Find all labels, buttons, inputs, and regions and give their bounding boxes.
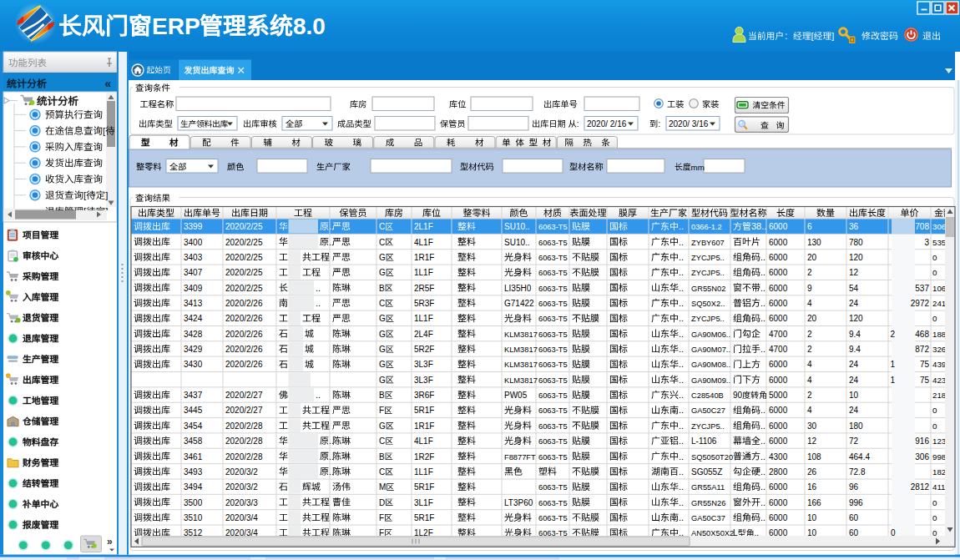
svg-text:3413: 3413 (184, 299, 203, 308)
svg-text:6000: 6000 (769, 268, 788, 277)
svg-text:G: G (379, 330, 386, 339)
svg-text:..: .. (760, 344, 765, 354)
svg-text:GA90M07..: GA90M07.. (691, 346, 730, 354)
svg-text:6063-T5: 6063-T5 (538, 285, 568, 293)
svg-text:411: 411 (932, 482, 945, 492)
svg-text:GA90M09..: GA90M09.. (691, 376, 730, 385)
svg-text:10: 10 (807, 513, 817, 522)
svg-text:0366-1.2: 0366-1.2 (691, 223, 722, 231)
svg-text:SQ50X2..: SQ50X2.. (691, 300, 725, 308)
svg-text:«: « (105, 77, 112, 90)
svg-text:L-1106: L-1106 (691, 436, 717, 446)
svg-text:36: 36 (849, 222, 859, 231)
svg-text:2020/2/26: 2020/2/26 (225, 299, 263, 308)
svg-text:B: B (379, 452, 385, 462)
svg-text:GA50C37: GA50C37 (691, 514, 725, 522)
svg-text:6063-T5: 6063-T5 (538, 406, 568, 415)
svg-text:96: 96 (849, 482, 859, 492)
svg-text:»: » (107, 536, 113, 547)
svg-text:G: G (379, 360, 386, 369)
svg-text:1L1F: 1L1F (414, 268, 433, 277)
svg-text:2020/3/2: 2020/3/2 (225, 467, 258, 477)
svg-text:SQ5050T20: SQ5050T20 (691, 453, 733, 462)
svg-text:G: G (379, 253, 386, 262)
svg-text:6063-T5: 6063-T5 (538, 361, 568, 369)
svg-text:182: 182 (932, 467, 946, 477)
svg-text:2020/2/25: 2020/2/25 (225, 268, 263, 277)
svg-text:0: 0 (932, 314, 937, 323)
svg-text:2L1F: 2L1F (414, 222, 433, 231)
svg-text:2020/2/26: 2020/2/26 (225, 345, 263, 354)
svg-text:4700: 4700 (769, 330, 788, 339)
svg-text:26: 26 (807, 467, 817, 477)
svg-text:GA50C27: GA50C27 (691, 406, 725, 415)
svg-text:6000: 6000 (769, 299, 788, 308)
svg-text:6000: 6000 (769, 436, 788, 446)
svg-text:..: .. (679, 237, 684, 247)
svg-text:..: .. (679, 421, 684, 431)
svg-text:9.4: 9.4 (849, 330, 861, 339)
svg-text:3400: 3400 (184, 238, 203, 247)
svg-text:6000: 6000 (769, 376, 788, 385)
svg-text:2: 2 (807, 391, 812, 400)
svg-text:5R3F: 5R3F (414, 299, 434, 308)
svg-text:0: 0 (932, 406, 937, 415)
svg-text:GA90M06..: GA90M06.. (691, 330, 730, 339)
svg-text:2020/2/28: 2020/2/28 (225, 436, 263, 446)
svg-text:B: B (379, 391, 385, 400)
svg-text:3454: 3454 (184, 421, 203, 431)
svg-text:0: 0 (932, 268, 937, 277)
svg-text:4L1F: 4L1F (414, 238, 433, 247)
svg-text:2020/3/3: 2020/3/3 (225, 498, 258, 507)
svg-text:3494: 3494 (184, 482, 203, 492)
svg-text:..: .. (679, 267, 684, 277)
svg-text:3409: 3409 (184, 284, 203, 293)
svg-text:..: .. (760, 482, 765, 492)
svg-text:2972: 2972 (911, 299, 930, 308)
svg-text:2R5F: 2R5F (414, 284, 434, 293)
svg-text:2020/2/27: 2020/2/27 (225, 406, 263, 415)
svg-text:..: .. (679, 221, 684, 231)
svg-text:38..: 38.. (751, 221, 766, 231)
svg-text:468: 468 (915, 330, 929, 339)
svg-text:6000: 6000 (769, 498, 788, 507)
svg-text:..: .. (760, 452, 765, 462)
svg-text:ZYCJP5..: ZYCJP5.. (691, 254, 725, 262)
svg-text:..: .. (679, 497, 684, 507)
svg-text:..: .. (679, 512, 684, 522)
svg-text:GR55N02: GR55N02 (691, 285, 725, 293)
svg-text:C: C (379, 238, 385, 247)
svg-text:24: 24 (849, 406, 859, 415)
svg-text:]: ] (105, 190, 108, 200)
svg-text:3500: 3500 (184, 498, 203, 507)
svg-text:30: 30 (807, 421, 817, 431)
svg-text:[: [ (811, 31, 814, 41)
svg-text:464.4: 464.4 (849, 452, 870, 462)
svg-text:G71422: G71422 (504, 299, 534, 308)
svg-text:4: 4 (807, 406, 812, 415)
svg-text:916: 916 (915, 436, 929, 446)
svg-text:6063-T5: 6063-T5 (538, 346, 568, 354)
svg-text:6063-T5: 6063-T5 (538, 269, 568, 277)
svg-text:20: 20 (807, 314, 817, 323)
svg-text:2800: 2800 (769, 467, 788, 477)
svg-text:..: .. (679, 313, 684, 323)
svg-text:6000: 6000 (769, 222, 788, 231)
svg-text:6000: 6000 (769, 421, 788, 431)
svg-text:..: .. (760, 436, 765, 446)
svg-text:M: M (379, 482, 386, 492)
svg-text:6063-T5: 6063-T5 (538, 514, 568, 522)
svg-text:3407: 3407 (184, 268, 203, 277)
svg-text:G: G (379, 268, 386, 277)
svg-text:708: 708 (915, 222, 929, 231)
svg-text:6063-T5: 6063-T5 (538, 223, 568, 231)
svg-text:2020/2/27: 2020/2/27 (225, 391, 263, 400)
svg-text:6063-T5: 6063-T5 (538, 376, 568, 385)
svg-text:2: 2 (807, 330, 812, 339)
svg-text:C: C (379, 222, 385, 231)
svg-text:6063-T5: 6063-T5 (538, 391, 568, 400)
svg-text:D: D (379, 498, 385, 507)
svg-text:5000: 5000 (769, 391, 788, 400)
svg-text:306: 306 (915, 452, 929, 462)
svg-text:123: 123 (932, 436, 946, 446)
